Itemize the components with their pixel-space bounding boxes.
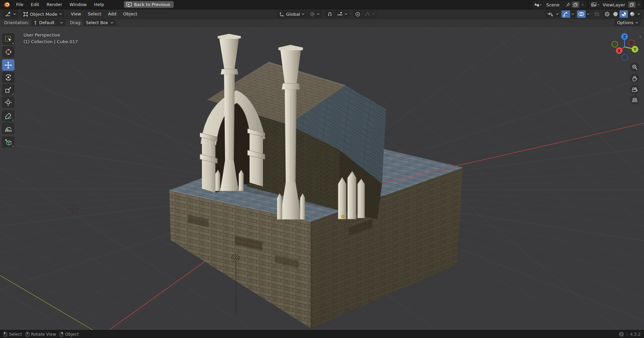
status-divider: | [626, 332, 628, 337]
orientation-label: Orientation: [4, 20, 29, 25]
zoom-button[interactable] [630, 62, 639, 72]
blender-window: File Edit Render Window Help Back to Pre… [0, 0, 644, 338]
chevron-down-icon [556, 13, 559, 15]
visibility-dropdown[interactable] [555, 10, 560, 18]
tool-scale[interactable] [2, 84, 14, 95]
show-gizmo-toggle[interactable] [561, 10, 570, 18]
gizmo-axis-neg-z[interactable] [622, 54, 628, 60]
zoom-magnifier-icon [632, 64, 638, 70]
tool-add-cube[interactable] [2, 136, 14, 148]
menu-file[interactable]: File [12, 0, 27, 9]
orientation-global-icon [279, 11, 284, 17]
object-mode-icon [23, 12, 28, 17]
options-dropdown[interactable]: Options [615, 19, 641, 26]
overlays-dropdown[interactable] [586, 10, 591, 18]
shading-rendered-button[interactable] [628, 10, 636, 18]
tool-measure[interactable] [2, 123, 14, 134]
remove-viewlayer-icon: ✕ [637, 3, 640, 7]
sidebar-collapse-icon[interactable]: ‹ [639, 34, 641, 39]
object-visibility-toggle[interactable] [546, 10, 555, 18]
scene-stats-globe-icon [619, 332, 624, 337]
tool-select-box[interactable] [2, 33, 14, 45]
back-to-previous-button[interactable]: Back to Previous [124, 1, 174, 8]
menu-help[interactable]: Help [91, 0, 108, 9]
gizmo-dropdown[interactable] [570, 10, 575, 18]
menu-render[interactable]: Render [43, 0, 66, 9]
menu-object[interactable]: Object [120, 9, 141, 19]
menu-select[interactable]: Select [85, 9, 105, 19]
proportional-editing-toggle[interactable] [353, 10, 362, 18]
tool-orientation-dropdown[interactable]: Default [31, 19, 65, 26]
navigation-gizmo[interactable]: Z Y X [608, 30, 641, 64]
shading-wireframe-button[interactable] [603, 10, 611, 18]
tool-cursor[interactable] [2, 46, 14, 58]
gizmo-axis-z[interactable]: Z [621, 33, 628, 40]
viewlayer-selector[interactable]: ViewLayer ✕ [589, 1, 642, 8]
pivot-point-icon [310, 11, 315, 17]
xray-toggle[interactable] [592, 10, 601, 18]
scale-tool-icon [5, 86, 12, 93]
proportional-falloff-selector[interactable] [363, 10, 377, 18]
new-viewlayer-button[interactable] [628, 2, 636, 8]
snap-toggle[interactable] [325, 10, 334, 18]
gizmo-axis-neg-x[interactable] [629, 40, 635, 46]
left-mouse-button-icon [3, 332, 7, 337]
monument-object[interactable] [169, 34, 463, 328]
menu-window[interactable]: Window [66, 0, 90, 9]
menu-view[interactable]: View [67, 9, 85, 19]
gizmo-axis-x[interactable]: X [616, 47, 623, 54]
tool-transform[interactable] [2, 96, 14, 108]
new-scene-button[interactable] [572, 2, 579, 8]
snap-target-selector[interactable] [335, 10, 350, 18]
menu-add[interactable]: Add [105, 9, 120, 19]
editor-3d-viewport-icon [5, 11, 11, 17]
pivot-point-selector[interactable] [308, 10, 322, 18]
select-box-icon [5, 36, 12, 43]
tool-annotate[interactable] [2, 110, 14, 122]
gizmo-axis-y[interactable]: Y [632, 46, 638, 53]
pin-icon[interactable] [566, 3, 570, 7]
back-to-previous-label: Back to Previous [134, 2, 170, 7]
show-overlays-toggle[interactable] [577, 10, 586, 18]
scene-selector[interactable]: Scene ✕ [533, 1, 586, 8]
mode-selector[interactable]: Object Mode [21, 10, 64, 18]
visibility-eye-icon [547, 12, 553, 16]
toggle-projection-button[interactable] [630, 95, 639, 105]
chevron-down-icon [571, 13, 574, 15]
drag-mode-dropdown[interactable]: Select Box [84, 19, 116, 26]
wireframe-sphere-icon [604, 11, 610, 17]
svg-text:X: X [618, 49, 621, 53]
gizmo-icon [563, 11, 569, 17]
orientation-selector-label: Global [286, 12, 300, 17]
scene-icon [534, 2, 543, 7]
pan-button[interactable] [630, 74, 639, 83]
gizmo-axis-neg-y[interactable] [612, 41, 618, 47]
options-label: Options [617, 20, 633, 25]
solid-sphere-icon [613, 11, 618, 17]
hint-rotate-view-label: Rotate View [31, 332, 56, 337]
shading-dropdown[interactable] [636, 10, 641, 18]
perspective-grid-icon [632, 97, 638, 103]
tool-settings-bar: Orientation: Default Drag: Select Box Op… [0, 19, 644, 26]
duplicate-icon [630, 3, 634, 7]
tool-rotate[interactable] [2, 72, 14, 83]
unlink-scene-icon: ✕ [581, 3, 584, 7]
shading-material-preview-button[interactable] [620, 10, 628, 18]
scene-name: Scene [545, 2, 564, 7]
viewport-3d[interactable]: User Perspective (1) Collection | Cube.0… [0, 26, 644, 330]
mode-selector-label: Object Mode [30, 12, 57, 17]
viewport-scene[interactable] [0, 26, 644, 330]
menu-edit[interactable]: Edit [27, 0, 43, 9]
shading-solid-button[interactable] [611, 10, 620, 18]
blender-logo-icon[interactable] [3, 2, 10, 8]
monitor-back-icon [126, 2, 132, 7]
editor-type-selector[interactable] [3, 10, 18, 18]
camera-icon [632, 87, 638, 92]
magnet-icon [327, 12, 332, 17]
transform-orientation-selector[interactable]: Global [277, 10, 307, 18]
chevron-down-icon [635, 22, 638, 24]
hand-icon [632, 76, 637, 81]
drag-mode-value: Select Box [86, 20, 108, 25]
camera-view-button[interactable] [630, 85, 639, 94]
tool-move[interactable] [2, 59, 14, 71]
